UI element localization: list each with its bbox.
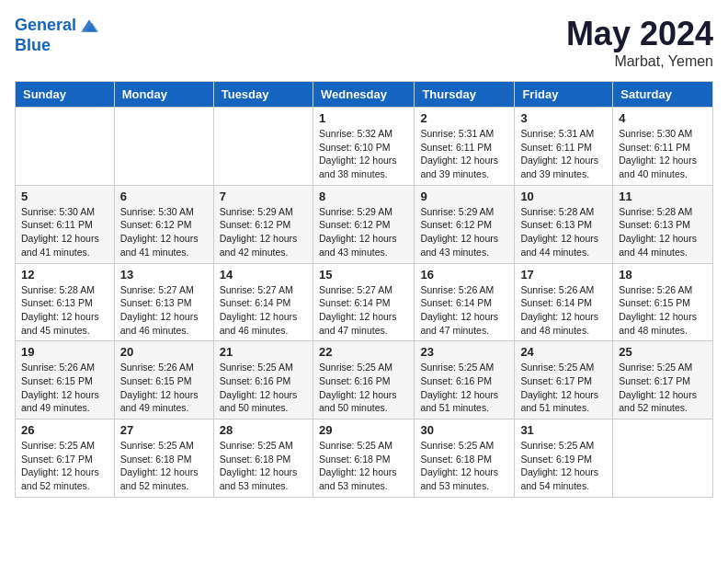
day-info: Sunrise: 5:30 AMSunset: 6:11 PMDaylight:… bbox=[21, 205, 108, 259]
day-number: 22 bbox=[319, 345, 408, 359]
calendar-cell: 8Sunrise: 5:29 AMSunset: 6:12 PMDaylight… bbox=[313, 185, 414, 263]
day-info-line: Sunset: 6:13 PM bbox=[120, 296, 208, 310]
day-info-line: Daylight: 12 hours and 53 minutes. bbox=[319, 465, 408, 492]
logo-blue: Blue bbox=[15, 37, 100, 55]
day-info-line: Sunrise: 5:30 AM bbox=[21, 205, 108, 219]
calendar-cell: 7Sunrise: 5:29 AMSunset: 6:12 PMDaylight… bbox=[213, 185, 313, 263]
day-info-line: Sunset: 6:18 PM bbox=[220, 453, 307, 466]
calendar-cell: 13Sunrise: 5:27 AMSunset: 6:13 PMDayligh… bbox=[114, 263, 213, 341]
day-number: 6 bbox=[120, 190, 208, 203]
day-info-line: Sunrise: 5:32 AM bbox=[319, 127, 408, 141]
day-info-line: Daylight: 12 hours and 43 minutes. bbox=[420, 232, 508, 259]
calendar-cell: 25Sunrise: 5:25 AMSunset: 6:17 PMDayligh… bbox=[613, 341, 713, 419]
day-info-line: Daylight: 12 hours and 52 minutes. bbox=[619, 388, 707, 415]
day-info: Sunrise: 5:26 AMSunset: 6:14 PMDaylight:… bbox=[520, 283, 607, 338]
calendar-cell bbox=[16, 108, 115, 186]
day-info: Sunrise: 5:25 AMSunset: 6:18 PMDaylight:… bbox=[420, 439, 508, 493]
day-info: Sunrise: 5:25 AMSunset: 6:16 PMDaylight:… bbox=[319, 361, 408, 415]
day-info-line: Sunset: 6:15 PM bbox=[619, 296, 707, 310]
day-info: Sunrise: 5:32 AMSunset: 6:10 PMDaylight:… bbox=[319, 127, 408, 181]
day-info: Sunrise: 5:31 AMSunset: 6:11 PMDaylight:… bbox=[420, 127, 508, 181]
day-info-line: Daylight: 12 hours and 53 minutes. bbox=[220, 465, 307, 492]
calendar-cell: 22Sunrise: 5:25 AMSunset: 6:16 PMDayligh… bbox=[313, 341, 414, 419]
day-info: Sunrise: 5:27 AMSunset: 6:14 PMDaylight:… bbox=[220, 283, 307, 338]
day-info-line: Sunrise: 5:25 AM bbox=[420, 439, 508, 453]
day-info-line: Sunset: 6:15 PM bbox=[120, 374, 208, 388]
day-info-line: Sunset: 6:14 PM bbox=[319, 296, 408, 310]
day-number: 27 bbox=[120, 423, 208, 437]
weekday-thursday: Thursday bbox=[415, 82, 515, 108]
day-number: 15 bbox=[319, 268, 408, 282]
week-row-4: 19Sunrise: 5:26 AMSunset: 6:15 PMDayligh… bbox=[16, 341, 713, 419]
calendar-cell: 24Sunrise: 5:25 AMSunset: 6:17 PMDayligh… bbox=[515, 341, 613, 419]
day-info-line: Sunrise: 5:27 AM bbox=[220, 283, 307, 297]
day-number: 3 bbox=[520, 111, 607, 125]
day-number: 4 bbox=[619, 111, 707, 125]
day-info-line: Sunrise: 5:25 AM bbox=[120, 439, 208, 453]
day-info: Sunrise: 5:25 AMSunset: 6:16 PMDaylight:… bbox=[220, 361, 307, 415]
calendar-cell: 4Sunrise: 5:30 AMSunset: 6:11 PMDaylight… bbox=[613, 108, 713, 186]
calendar-cell bbox=[114, 108, 213, 186]
day-info-line: Sunset: 6:18 PM bbox=[120, 453, 208, 466]
day-info-line: Sunrise: 5:26 AM bbox=[619, 283, 707, 297]
day-info-line: Sunrise: 5:25 AM bbox=[520, 361, 607, 374]
day-info-line: Sunrise: 5:25 AM bbox=[220, 439, 307, 453]
day-info: Sunrise: 5:25 AMSunset: 6:17 PMDaylight:… bbox=[21, 439, 108, 493]
day-info-line: Daylight: 12 hours and 38 minutes. bbox=[319, 154, 408, 180]
day-info-line: Daylight: 12 hours and 49 minutes. bbox=[120, 388, 208, 415]
day-info-line: Sunset: 6:16 PM bbox=[420, 374, 508, 388]
calendar-cell: 14Sunrise: 5:27 AMSunset: 6:14 PMDayligh… bbox=[213, 263, 313, 341]
day-info: Sunrise: 5:28 AMSunset: 6:13 PMDaylight:… bbox=[21, 283, 108, 338]
day-number: 26 bbox=[21, 423, 108, 437]
day-info-line: Sunrise: 5:30 AM bbox=[619, 127, 707, 141]
day-number: 29 bbox=[319, 423, 408, 437]
day-number: 11 bbox=[619, 190, 707, 203]
day-number: 8 bbox=[319, 190, 408, 203]
day-info-line: Sunset: 6:19 PM bbox=[520, 453, 607, 466]
calendar-cell: 30Sunrise: 5:25 AMSunset: 6:18 PMDayligh… bbox=[415, 419, 515, 498]
title-block: May 2024 Marbat, Yemen bbox=[566, 15, 713, 70]
day-info: Sunrise: 5:26 AMSunset: 6:14 PMDaylight:… bbox=[420, 283, 508, 338]
week-row-3: 12Sunrise: 5:28 AMSunset: 6:13 PMDayligh… bbox=[16, 263, 713, 341]
day-info-line: Sunset: 6:10 PM bbox=[319, 141, 408, 155]
day-info-line: Sunrise: 5:31 AM bbox=[420, 127, 508, 141]
day-info-line: Daylight: 12 hours and 41 minutes. bbox=[120, 232, 208, 259]
day-number: 7 bbox=[220, 190, 307, 203]
day-number: 5 bbox=[21, 190, 108, 203]
day-info: Sunrise: 5:29 AMSunset: 6:12 PMDaylight:… bbox=[220, 205, 307, 259]
day-info-line: Daylight: 12 hours and 51 minutes. bbox=[520, 388, 607, 415]
day-number: 16 bbox=[420, 268, 508, 282]
calendar-cell: 10Sunrise: 5:28 AMSunset: 6:13 PMDayligh… bbox=[515, 185, 613, 263]
day-info: Sunrise: 5:25 AMSunset: 6:18 PMDaylight:… bbox=[319, 439, 408, 493]
day-info: Sunrise: 5:25 AMSunset: 6:18 PMDaylight:… bbox=[120, 439, 208, 493]
day-number: 28 bbox=[220, 423, 307, 437]
week-row-2: 5Sunrise: 5:30 AMSunset: 6:11 PMDaylight… bbox=[16, 185, 713, 263]
day-info-line: Sunset: 6:11 PM bbox=[21, 218, 108, 232]
day-info-line: Sunrise: 5:25 AM bbox=[220, 361, 307, 374]
weekday-friday: Friday bbox=[515, 82, 613, 108]
day-info-line: Daylight: 12 hours and 39 minutes. bbox=[520, 154, 607, 180]
day-info-line: Sunset: 6:17 PM bbox=[619, 374, 707, 388]
logo: General Blue bbox=[15, 15, 100, 55]
day-number: 18 bbox=[619, 268, 707, 282]
calendar-cell: 1Sunrise: 5:32 AMSunset: 6:10 PMDaylight… bbox=[313, 108, 414, 186]
day-info-line: Sunrise: 5:25 AM bbox=[319, 439, 408, 453]
header: General Blue May 2024 Marbat, Yemen bbox=[15, 15, 713, 70]
weekday-wednesday: Wednesday bbox=[313, 82, 414, 108]
day-info-line: Sunrise: 5:31 AM bbox=[520, 127, 607, 141]
day-info-line: Daylight: 12 hours and 52 minutes. bbox=[120, 465, 208, 492]
day-info-line: Daylight: 12 hours and 45 minutes. bbox=[21, 310, 108, 337]
calendar-cell: 31Sunrise: 5:25 AMSunset: 6:19 PMDayligh… bbox=[515, 419, 613, 498]
day-info-line: Daylight: 12 hours and 44 minutes. bbox=[520, 232, 607, 259]
logo-text: General bbox=[15, 17, 76, 35]
day-info: Sunrise: 5:27 AMSunset: 6:14 PMDaylight:… bbox=[319, 283, 408, 338]
day-info-line: Daylight: 12 hours and 48 minutes. bbox=[619, 310, 707, 337]
calendar-cell: 6Sunrise: 5:30 AMSunset: 6:12 PMDaylight… bbox=[114, 185, 213, 263]
day-info-line: Daylight: 12 hours and 48 minutes. bbox=[520, 310, 607, 337]
day-info-line: Daylight: 12 hours and 40 minutes. bbox=[619, 154, 707, 180]
day-info: Sunrise: 5:31 AMSunset: 6:11 PMDaylight:… bbox=[520, 127, 607, 181]
day-number: 10 bbox=[520, 190, 607, 203]
calendar-cell: 11Sunrise: 5:28 AMSunset: 6:13 PMDayligh… bbox=[613, 185, 713, 263]
day-info-line: Daylight: 12 hours and 50 minutes. bbox=[319, 388, 408, 415]
month-title: May 2024 bbox=[566, 15, 713, 53]
